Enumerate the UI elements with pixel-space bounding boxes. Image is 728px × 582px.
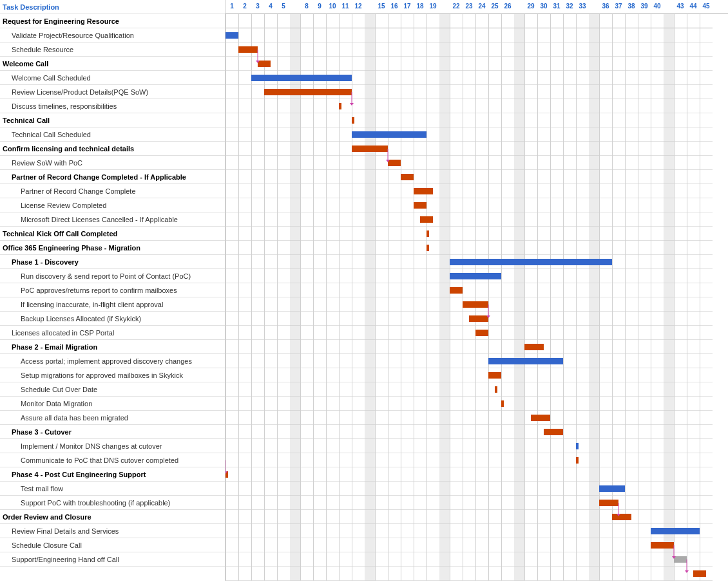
chart-row-35 [225, 510, 713, 524]
day-header-45: 45 [700, 3, 713, 10]
day-header-16: 16 [388, 3, 401, 10]
day-header-37: 37 [612, 3, 625, 10]
chart-row-12 [225, 184, 713, 198]
task-label-30: Phase 3 - Cutover [0, 425, 225, 439]
chart-row-23 [225, 340, 713, 354]
task-label-38: Schedule Closure Call [0, 538, 225, 552]
chart-row-0 [225, 14, 713, 28]
day-header-32: 32 [563, 3, 576, 10]
day-header-17: 17 [401, 3, 414, 10]
task-label-3: Schedule Resource [0, 42, 225, 57]
task-label-7: Discuss timelines, responsibilities [0, 99, 225, 113]
day-header-12: 12 [352, 3, 365, 10]
day-header-30: 30 [537, 3, 550, 10]
task-label-23: Licenses allocated in CSP Portal [0, 326, 225, 340]
chart-row-30 [225, 439, 713, 453]
task-label-9: Technical Call Scheduled [0, 127, 225, 142]
chart-row-38 [225, 552, 713, 567]
task-label-13: Partner of Record Change Complete [0, 184, 225, 198]
chart-row-20 [225, 297, 713, 312]
task-label-33: Phase 4 - Post Cut Engineering Support [0, 467, 225, 482]
task-label-15: Microsoft Direct Licenses Cancelled - If… [0, 212, 225, 227]
day-header-24: 24 [475, 3, 488, 10]
day-header-33: 33 [576, 3, 589, 10]
chart-row-31 [225, 453, 713, 467]
day-header-43: 43 [674, 3, 687, 10]
task-label-32: Communicate to PoC that DNS cutover comp… [0, 453, 225, 467]
chart-row-15 [225, 227, 713, 241]
task-label-5: Welcome Call Scheduled [0, 71, 225, 85]
day-header-5: 5 [277, 3, 290, 10]
day-header-9: 9 [313, 3, 326, 10]
day-header-31: 31 [550, 3, 563, 10]
day-header-25: 25 [488, 3, 501, 10]
day-header-26: 26 [501, 3, 514, 10]
day-header-38: 38 [625, 3, 638, 10]
chart-row-8 [225, 127, 713, 142]
task-label-25: Access portal; implement approved discov… [0, 354, 225, 368]
chart-row-9 [225, 142, 713, 156]
chart-row-16 [225, 241, 713, 255]
task-column: Task DescriptionRequest for Engineering … [0, 0, 225, 581]
chart-row-22 [225, 326, 713, 340]
task-label-20: PoC approves/returns report to confirm m… [0, 283, 225, 297]
task-label-22: Backup Licenses Allocated (if Skykick) [0, 312, 225, 326]
chart-area: 1234589101112151617181922232425262930313… [225, 0, 728, 581]
task-label-14: License Review Completed [0, 198, 225, 212]
task-label-11: Review SoW with PoC [0, 156, 225, 170]
day-header-39: 39 [638, 3, 651, 10]
chart-row-3 [225, 57, 713, 71]
gantt-chart: Task DescriptionRequest for Engineering … [0, 0, 728, 581]
chart-row-26 [225, 382, 713, 397]
task-label-31: Implement / Monitor DNS changes at cutov… [0, 439, 225, 453]
chart-row-7 [225, 113, 713, 127]
day-header-36: 36 [599, 3, 612, 10]
day-header-15: 15 [375, 3, 388, 10]
chart-row-27 [225, 397, 713, 411]
task-label-35: Support PoC with troubleshooting (if app… [0, 496, 225, 510]
chart-row-18 [225, 269, 713, 283]
task-label-2: Validate Project/Resource Qualification [0, 28, 225, 42]
task-label-37: Review Final Details and Services [0, 524, 225, 538]
task-label-39: Support/Engineering Hand off Call [0, 552, 225, 567]
day-header-44: 44 [687, 3, 700, 10]
chart-row-32 [225, 467, 713, 482]
chart-row-1 [225, 28, 713, 42]
task-label-29: Assure all data has been migrated [0, 411, 225, 425]
chart-row-28 [225, 411, 713, 425]
day-header-29: 29 [524, 3, 537, 10]
task-label-6: Review License/Product Details(PQE SoW) [0, 85, 225, 99]
task-label-26: Setup migrations for approved mailboxes … [0, 368, 225, 382]
day-header-11: 11 [339, 3, 352, 10]
task-label-12: Partner of Record Change Completed - If … [0, 170, 225, 184]
task-label-1: Request for Engineering Resource [0, 14, 225, 28]
day-header-40: 40 [651, 3, 664, 10]
chart-row-11 [225, 170, 713, 184]
task-label-21: If licensing inaccurate, in-flight clien… [0, 297, 225, 312]
chart-row-2 [225, 42, 713, 57]
chart-row-37 [225, 538, 713, 552]
chart-row-14 [225, 212, 713, 227]
day-header-19: 19 [426, 3, 439, 10]
day-header-18: 18 [414, 3, 426, 10]
day-header-22: 22 [450, 3, 463, 10]
task-label-16: Technical Kick Off Call Completed [0, 227, 225, 241]
day-header-8: 8 [300, 3, 313, 10]
chart-row-19 [225, 283, 713, 297]
task-label-10: Confirm licensing and technical details [0, 142, 225, 156]
day-header-3: 3 [251, 3, 264, 10]
task-label-0: Task Description [0, 0, 225, 14]
chart-row-33 [225, 482, 713, 496]
task-label-24: Phase 2 - Email Migration [0, 340, 225, 354]
chart-row-6 [225, 99, 713, 113]
task-label-28: Monitor Data Migration [0, 397, 225, 411]
chart-row-34 [225, 496, 713, 510]
task-label-4: Welcome Call [0, 57, 225, 71]
task-label-27: Schedule Cut Over Date [0, 382, 225, 397]
chart-row-17 [225, 255, 713, 269]
day-header-1: 1 [225, 3, 238, 10]
chart-row-29 [225, 425, 713, 439]
task-label-19: Run discovery & send report to Point of … [0, 269, 225, 283]
day-header-10: 10 [326, 3, 339, 10]
chart-row-5 [225, 85, 713, 99]
